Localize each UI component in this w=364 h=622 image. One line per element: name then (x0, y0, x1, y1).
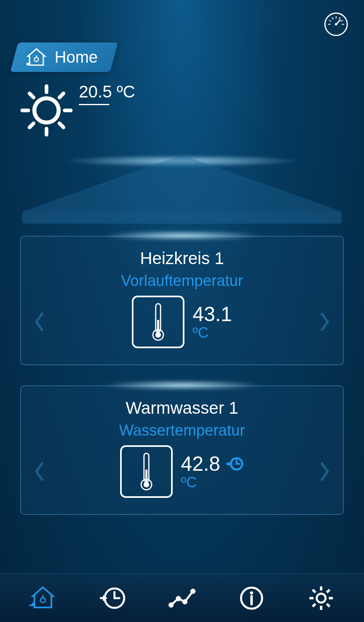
sun-icon (18, 82, 75, 139)
nav-settings[interactable] (305, 582, 337, 614)
thermometer-icon (140, 451, 153, 492)
heating-circuit-card[interactable]: Heizkreis 1 Vorlauftemperatur 43.1 ºC (20, 236, 344, 365)
chevron-right-icon[interactable] (319, 312, 331, 332)
card-title: Warmwasser 1 (29, 398, 335, 418)
nav-info[interactable] (235, 582, 268, 614)
svg-line-9 (59, 123, 63, 127)
svg-point-38 (317, 594, 326, 603)
weather-section: 20.5 ºC (18, 82, 364, 139)
home-house-icon (26, 48, 47, 66)
cards-container: Heizkreis 1 Vorlauftemperatur 43.1 ºC (0, 224, 364, 515)
temperature-unit: ºC (193, 324, 208, 341)
info-icon (237, 584, 266, 612)
svg-point-24 (40, 598, 45, 603)
card-content: 43.1 ºC (29, 296, 335, 348)
card-content: 42.8 ºC (29, 445, 335, 498)
svg-point-31 (169, 603, 174, 607)
gear-icon (307, 584, 335, 612)
value-block: 43.1 ºC (193, 303, 232, 341)
gauge-button[interactable] (324, 13, 348, 36)
svg-line-10 (30, 123, 34, 127)
gauge-icon (328, 16, 344, 32)
thermometer-box (120, 445, 173, 498)
nav-home[interactable] (27, 582, 59, 614)
svg-line-8 (30, 93, 34, 97)
chart-icon (168, 584, 196, 612)
svg-point-33 (182, 599, 187, 604)
house-illustration (22, 155, 342, 224)
nav-history[interactable] (96, 582, 129, 614)
value-block: 42.8 ºC (181, 452, 243, 491)
chevron-left-icon[interactable] (33, 312, 45, 332)
bottom-nav (0, 573, 364, 622)
temp-underline (79, 104, 109, 105)
outdoor-temperature: 20.5 ºC (79, 82, 135, 105)
svg-line-45 (313, 604, 315, 607)
svg-point-36 (250, 591, 253, 594)
temperature-value: 43.1 (193, 303, 232, 326)
history-icon (98, 584, 127, 612)
hot-water-card[interactable]: Warmwasser 1 Wassertemperatur 42.8 (20, 385, 344, 515)
nav-chart[interactable] (166, 582, 198, 614)
thermometer-box (132, 296, 184, 348)
svg-point-18 (144, 482, 149, 487)
svg-line-44 (327, 604, 330, 607)
outdoor-temp-value: 20.5 (79, 82, 112, 101)
home-icon (29, 584, 57, 612)
card-glow (101, 380, 263, 390)
svg-line-11 (59, 93, 63, 97)
card-glow (101, 231, 263, 241)
svg-line-43 (313, 590, 315, 592)
card-subtitle: Wassertemperatur (29, 422, 335, 439)
chevron-left-icon[interactable] (33, 461, 45, 482)
thermometer-icon (152, 302, 165, 342)
outdoor-temp-unit: ºC (116, 82, 135, 101)
svg-point-32 (176, 596, 181, 601)
svg-line-46 (327, 590, 330, 592)
card-subtitle: Vorlauftemperatur (29, 272, 335, 290)
svg-point-3 (34, 98, 59, 123)
svg-point-34 (190, 589, 195, 594)
chevron-right-icon[interactable] (319, 461, 331, 482)
temperature-value: 42.8 (181, 452, 220, 476)
svg-point-0 (34, 57, 38, 61)
timer-schedule-icon (225, 456, 244, 472)
card-title: Heizkreis 1 (29, 249, 335, 268)
svg-point-14 (155, 332, 161, 338)
temperature-unit: ºC (181, 474, 197, 491)
top-bar (0, 0, 364, 49)
home-tab[interactable]: Home (10, 42, 118, 72)
home-tab-label: Home (55, 48, 98, 66)
